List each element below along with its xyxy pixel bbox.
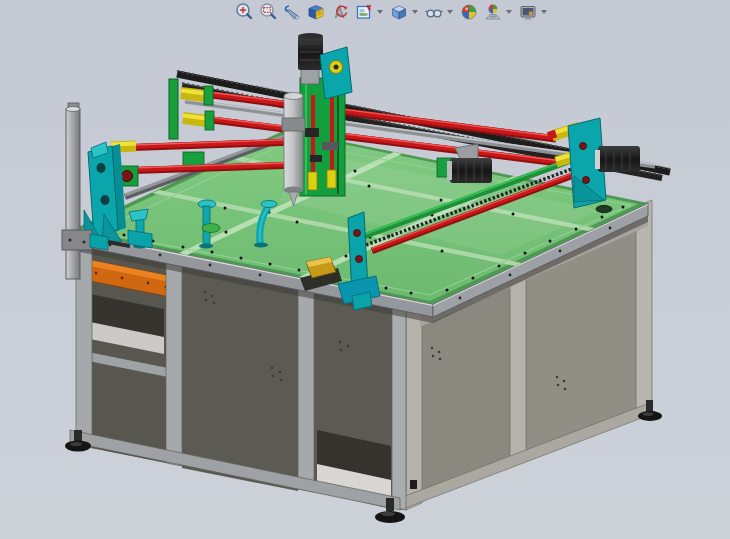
hide-show-items-dropdown-arrow[interactable]: [447, 10, 453, 14]
view-orientation-button[interactable]: [352, 2, 375, 23]
y-axis-motor[interactable]: [595, 146, 640, 172]
eyeglasses-icon: [424, 2, 444, 22]
annotation-a-icon: [330, 2, 350, 22]
zoom-to-fit-icon: [234, 2, 254, 22]
heads-up-view-toolbar: [232, 1, 551, 23]
zoom-to-fit-button[interactable]: [232, 2, 255, 23]
hide-show-items-button[interactable]: [422, 2, 445, 23]
display-style-cube-icon: [389, 2, 409, 22]
appearance-sphere-icon: [459, 2, 479, 22]
dynamic-annotation-views-button[interactable]: [328, 2, 351, 23]
apply-scene-icon: [483, 2, 503, 22]
zoom-to-area-icon: [258, 2, 278, 22]
x-axis-motor[interactable]: [447, 158, 492, 183]
previous-view-button[interactable]: [280, 2, 303, 23]
edit-appearance-button[interactable]: [457, 2, 480, 23]
section-view-button[interactable]: [304, 2, 327, 23]
view-settings-button[interactable]: [516, 2, 539, 23]
section-view-icon: [306, 2, 326, 22]
zoom-to-area-button[interactable]: [256, 2, 279, 23]
viewport-3d-model[interactable]: [0, 0, 730, 539]
view-settings-dropdown-arrow[interactable]: [541, 10, 547, 14]
cad-graphics-area: [0, 0, 730, 539]
view-orientation-dropdown-arrow[interactable]: [377, 10, 383, 14]
spindle[interactable]: [282, 93, 305, 207]
view-orientation-icon: [354, 2, 374, 22]
z-axis-motor[interactable]: [298, 33, 323, 84]
view-settings-icon: [518, 2, 538, 22]
previous-view-icon: [282, 2, 302, 22]
z-axis-spindle-assembly[interactable]: [282, 33, 352, 206]
apply-scene-button[interactable]: [481, 2, 504, 23]
display-style-button[interactable]: [387, 2, 410, 23]
apply-scene-dropdown-arrow[interactable]: [506, 10, 512, 14]
display-style-dropdown-arrow[interactable]: [412, 10, 418, 14]
